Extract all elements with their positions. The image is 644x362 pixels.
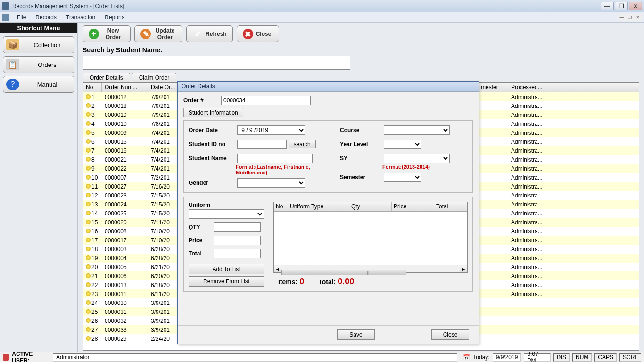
- col-header-no[interactable]: No: [83, 83, 102, 92]
- uniform-select[interactable]: [189, 209, 264, 219]
- price-label: Price: [189, 237, 212, 244]
- order-date-select[interactable]: 9 / 9 /2019: [237, 125, 305, 135]
- year-level-select[interactable]: [384, 140, 421, 149]
- today-label: Today:: [473, 354, 489, 361]
- dialog-title[interactable]: Order Details: [178, 82, 479, 92]
- menu-transaction[interactable]: Transaction: [61, 13, 100, 22]
- sidebar-header: Shortcut Menu: [0, 23, 77, 33]
- scroll-right-icon[interactable]: ►: [460, 266, 467, 272]
- qty-label: QTY: [189, 224, 212, 230]
- sy-format-hint: Format:(2013-2014): [382, 164, 468, 170]
- mini-col-no[interactable]: No: [274, 202, 288, 211]
- student-id-label: Student ID no: [189, 141, 236, 148]
- status-caps: CAPS: [594, 353, 617, 362]
- close-button[interactable]: ✖ Close: [237, 25, 279, 42]
- menu-file[interactable]: File: [12, 13, 31, 22]
- button-label: Close: [256, 31, 272, 37]
- add-to-list-button[interactable]: Add To List: [189, 264, 264, 274]
- mdi-restore-button[interactable]: ❐: [626, 14, 634, 21]
- button-label: Update Order: [154, 27, 176, 41]
- help-icon: ?: [6, 79, 19, 90]
- search-input[interactable]: [83, 56, 350, 70]
- order-date-label: Order Date: [189, 127, 236, 133]
- gender-select[interactable]: [237, 178, 305, 188]
- dialog-tab-student-info[interactable]: Student Information: [183, 108, 243, 117]
- sidebar-label: Manual: [23, 81, 71, 88]
- mini-col-price[interactable]: Price: [392, 202, 434, 211]
- active-user-value: Administrator: [53, 353, 457, 362]
- menu-reports[interactable]: Reports: [100, 13, 129, 22]
- window-titlebar: Records Management System - [Order Lists…: [0, 0, 644, 12]
- student-search-button[interactable]: search: [289, 140, 316, 148]
- course-label: Course: [340, 127, 382, 133]
- status-ins: INS: [553, 353, 570, 362]
- mini-grid-scrollbar[interactable]: ◄ ||| ►: [274, 265, 467, 272]
- student-name-label: Student Name: [189, 155, 236, 162]
- scroll-left-icon[interactable]: ◄: [274, 266, 281, 272]
- student-id-input[interactable]: [237, 140, 287, 149]
- tab-claim-order[interactable]: Claim Order: [132, 73, 177, 82]
- order-details-dialog: Order Details Order # Student Informatio…: [177, 81, 479, 344]
- button-label: Refresh: [206, 31, 227, 37]
- sy-label: SY: [340, 155, 382, 162]
- menu-records[interactable]: Records: [31, 13, 61, 22]
- status-num: NUM: [572, 353, 592, 362]
- semester-select[interactable]: [384, 173, 421, 182]
- sidebar-btn-manual[interactable]: ? Manual: [3, 76, 74, 93]
- window-close-button[interactable]: ✕: [629, 2, 642, 10]
- sidebar-label: Collection: [23, 41, 71, 49]
- col-header-processed-by[interactable]: Processed...: [508, 83, 555, 92]
- status-time: 8:07 PM: [524, 353, 551, 362]
- uniform-label: Uniform: [189, 202, 269, 208]
- tab-order-details[interactable]: Order Details: [83, 73, 130, 82]
- year-level-label: Year Level: [340, 141, 382, 148]
- price-input[interactable]: [214, 236, 261, 245]
- grand-total-label: Total:: [318, 278, 336, 286]
- total-label: Total: [189, 250, 212, 257]
- qty-input[interactable]: [214, 222, 261, 232]
- order-num-label: Order #: [183, 97, 221, 104]
- add-icon: +: [89, 29, 99, 39]
- toolbar: + New Order ✎ Update Order ✔ Refresh ✖ C…: [78, 23, 644, 45]
- user-icon: [3, 354, 9, 361]
- mini-col-qty[interactable]: Qty: [349, 202, 392, 211]
- semester-label: Semester: [340, 174, 382, 181]
- check-icon: ✔: [192, 29, 203, 39]
- status-scrl: SCRL: [619, 353, 641, 362]
- sidebar-btn-orders[interactable]: 📋 Orders: [3, 56, 74, 73]
- student-name-input[interactable]: [237, 154, 313, 163]
- mdi-close-button[interactable]: ✕: [634, 14, 642, 21]
- mini-col-type[interactable]: Uniform Type: [288, 202, 349, 211]
- app-menu-icon: [2, 14, 9, 21]
- course-select[interactable]: [384, 125, 450, 135]
- sidebar-btn-collection[interactable]: 📦 Collection: [3, 36, 74, 53]
- maximize-button[interactable]: ❐: [615, 2, 628, 10]
- student-info-panel: Order Date 9 / 9 /2019 Student ID no sea…: [183, 120, 473, 193]
- col-header-semester[interactable]: mester: [478, 83, 508, 92]
- app-icon: [2, 2, 9, 10]
- update-order-button[interactable]: ✎ Update Order: [134, 25, 182, 42]
- total-input[interactable]: [214, 249, 261, 258]
- items-value: 0: [299, 277, 304, 286]
- collection-icon: 📦: [6, 39, 19, 50]
- status-date: 9/9/2019: [493, 353, 521, 362]
- name-format-hint: Format:(Lastname, Firstname, Middlename): [236, 164, 330, 175]
- sy-select[interactable]: [384, 154, 450, 163]
- refresh-button[interactable]: ✔ Refresh: [186, 25, 233, 42]
- mini-col-total[interactable]: Total: [434, 202, 467, 211]
- new-order-button[interactable]: + New Order: [83, 25, 131, 42]
- calendar-icon: 📅: [463, 354, 470, 361]
- menu-bar: File Records Transaction Reports — ❐ ✕: [0, 12, 644, 23]
- minimize-button[interactable]: —: [601, 2, 614, 10]
- items-label: Items:: [278, 278, 297, 286]
- close-icon: ✖: [243, 29, 253, 39]
- remove-from-list-button[interactable]: Remove From List: [189, 276, 264, 287]
- uniform-panel: Uniform QTY Price Total Add To List Remo…: [183, 197, 473, 292]
- window-title: Records Management System - [Order Lists…: [12, 3, 601, 9]
- mdi-minimize-button[interactable]: —: [618, 14, 626, 21]
- dialog-save-button[interactable]: Save: [337, 329, 375, 340]
- gender-label: Gender: [189, 180, 236, 186]
- order-num-input[interactable]: [221, 96, 311, 105]
- dialog-close-button[interactable]: Close: [431, 329, 469, 340]
- col-header-order-num[interactable]: Order Num...: [102, 83, 148, 92]
